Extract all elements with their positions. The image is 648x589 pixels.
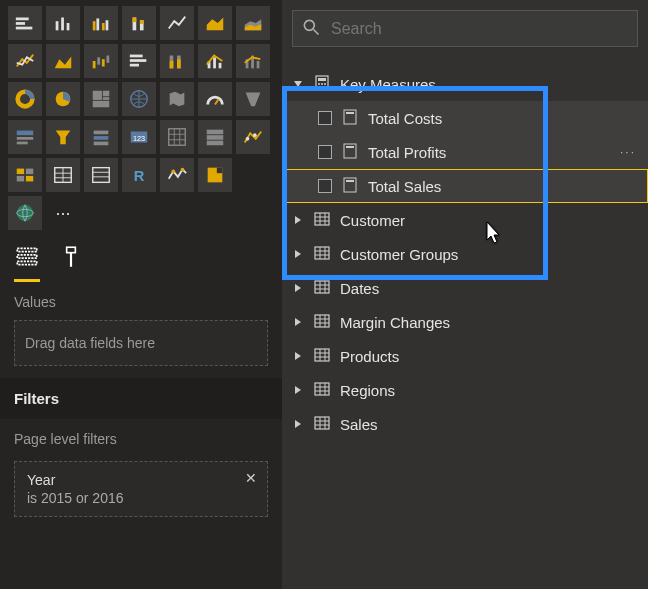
viz-stacked-area-icon[interactable]: [236, 6, 270, 40]
viz-waterfall-icon[interactable]: [84, 44, 118, 78]
checkbox-icon[interactable]: [318, 111, 332, 125]
viz-ribbon-icon[interactable]: [8, 44, 42, 78]
viz-area-icon[interactable]: [198, 6, 232, 40]
svg-point-95: [321, 86, 323, 88]
tree-table-sales[interactable]: Sales: [282, 407, 648, 441]
row-more-icon[interactable]: ···: [620, 145, 636, 159]
svg-marker-127: [295, 352, 301, 360]
svg-rect-8: [102, 23, 105, 30]
viz-kpi-icon[interactable]: 123: [122, 120, 156, 154]
tree-table-customer[interactable]: Customer: [282, 203, 648, 237]
svg-rect-13: [140, 20, 144, 24]
svg-rect-59: [207, 135, 224, 140]
svg-rect-78: [217, 168, 223, 174]
svg-rect-21: [107, 56, 110, 63]
viz-clustered-column-icon[interactable]: [84, 6, 118, 40]
values-label: Values: [0, 282, 282, 314]
viz-combo2-icon[interactable]: [236, 44, 270, 78]
tree-label: Margin Changes: [340, 314, 450, 331]
svg-rect-39: [103, 97, 109, 100]
viz-stacked-column-icon[interactable]: [122, 6, 156, 40]
viz-table-icon[interactable]: [46, 158, 80, 192]
svg-rect-30: [213, 57, 216, 68]
svg-marker-88: [294, 81, 302, 87]
viz-line2-icon[interactable]: [160, 158, 194, 192]
viz-area2-icon[interactable]: [46, 44, 80, 78]
svg-rect-38: [103, 91, 109, 97]
svg-point-91: [318, 83, 320, 85]
svg-rect-40: [93, 101, 110, 107]
tab-format[interactable]: [58, 244, 84, 282]
viz-bubble-icon[interactable]: [8, 158, 42, 192]
tree-field-total-costs[interactable]: Total Costs: [282, 101, 648, 135]
tree-table-margin-changes[interactable]: Margin Changes: [282, 305, 648, 339]
tree-table-regions[interactable]: Regions: [282, 373, 648, 407]
svg-rect-100: [346, 146, 354, 148]
viz-filled-map-icon[interactable]: [160, 82, 194, 116]
viz-column-icon[interactable]: [46, 6, 80, 40]
viz-treemap-icon[interactable]: [84, 82, 118, 116]
viz-funnel2-icon[interactable]: [236, 82, 270, 116]
chevron-right-icon: [292, 282, 304, 294]
viz-pie-icon[interactable]: [46, 82, 80, 116]
tree-table-dates[interactable]: Dates: [282, 271, 648, 305]
checkbox-icon[interactable]: [318, 145, 332, 159]
viz-donut-icon[interactable]: [8, 82, 42, 116]
viz-line-icon[interactable]: [160, 6, 194, 40]
table-icon: [314, 211, 330, 230]
tree-table-key-measures[interactable]: Key Measures: [282, 67, 648, 101]
viz-slicer-icon[interactable]: [84, 120, 118, 154]
checkbox-icon[interactable]: [318, 179, 332, 193]
svg-rect-82: [17, 255, 37, 258]
svg-rect-122: [315, 315, 329, 327]
filters-header: Filters: [0, 378, 282, 419]
viz-map-icon[interactable]: [122, 82, 156, 116]
svg-rect-7: [96, 18, 99, 30]
viz-matrix-icon[interactable]: [160, 120, 194, 154]
viz-funnel-icon[interactable]: [46, 120, 80, 154]
svg-rect-31: [219, 63, 222, 69]
tree-label: Customer Groups: [340, 246, 458, 263]
viz-multirow-icon[interactable]: [198, 120, 232, 154]
svg-rect-60: [207, 141, 224, 146]
svg-marker-17: [55, 56, 72, 68]
svg-rect-23: [130, 59, 147, 62]
svg-rect-65: [17, 176, 24, 182]
filter-chip-close-icon[interactable]: ✕: [245, 470, 257, 486]
svg-rect-44: [17, 131, 34, 136]
viz-stacked-bar-icon[interactable]: [8, 6, 42, 40]
chevron-right-icon: [292, 316, 304, 328]
tree-label: Total Costs: [368, 110, 442, 127]
viz-100stacked-icon[interactable]: [160, 44, 194, 78]
viz-r-icon[interactable]: R: [122, 158, 156, 192]
viz-arcgis-icon[interactable]: [8, 196, 42, 230]
viz-more-button[interactable]: ···: [46, 196, 80, 230]
filter-chip-year[interactable]: Year is 2015 or 2016 ✕: [14, 461, 268, 517]
viz-python-icon[interactable]: [198, 158, 232, 192]
svg-rect-84: [67, 247, 76, 252]
table-icon: [314, 279, 330, 298]
tree-table-products[interactable]: Products: [282, 339, 648, 373]
table-icon: [314, 347, 330, 366]
viz-gallery: 123 R: [0, 0, 282, 196]
search-box[interactable]: [292, 10, 638, 47]
viz-table2-icon[interactable]: [84, 158, 118, 192]
svg-marker-109: [295, 250, 301, 258]
tree-field-total-sales[interactable]: Total Sales: [282, 169, 648, 203]
viz-gauge-icon[interactable]: [198, 82, 232, 116]
search-input[interactable]: [331, 20, 629, 38]
viz-card-icon[interactable]: [8, 120, 42, 154]
svg-rect-3: [56, 21, 59, 30]
svg-rect-81: [17, 248, 37, 251]
viz-combo1-icon[interactable]: [198, 44, 232, 78]
viz-scatter-icon[interactable]: [236, 120, 270, 154]
tree-table-customer-groups[interactable]: Customer Groups: [282, 237, 648, 271]
svg-rect-5: [67, 23, 70, 30]
values-dropzone[interactable]: Drag data fields here: [14, 320, 268, 366]
tree-field-total-profits[interactable]: Total Profits ···: [282, 135, 648, 169]
svg-rect-116: [315, 281, 329, 293]
svg-point-94: [318, 86, 320, 88]
tab-fields[interactable]: [14, 244, 40, 282]
viz-bar-icon[interactable]: [122, 44, 156, 78]
svg-text:123: 123: [133, 134, 145, 143]
